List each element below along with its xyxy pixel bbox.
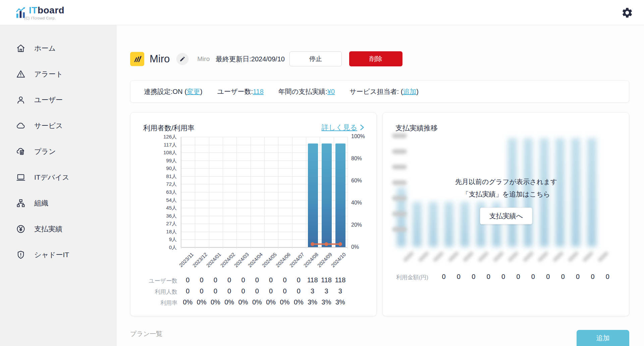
page-title: Miro	[150, 53, 170, 65]
usage-table-cell: 0%	[294, 298, 304, 306]
top-bar: ITboard (C) ITcrowd Corp.	[0, 0, 644, 25]
sidebar-item-payments[interactable]: 支払実績	[0, 216, 116, 242]
sidebar-item-label: ITデバイス	[34, 173, 69, 182]
sidebar-item-users[interactable]: ユーザー	[0, 87, 116, 113]
usage-table-cell: 0%	[252, 298, 262, 306]
usage-table-cell: 0%	[183, 298, 193, 306]
usage-table-cell: 0	[227, 287, 231, 295]
payment-card: 支払実績推移 先月以前のグラフが表示されます 「支払実績」を追加はこちら 支払実…	[382, 112, 629, 316]
payment-card-title: 支払実績推移	[395, 123, 438, 133]
usage-table-cell: 0%	[197, 298, 207, 306]
usage-table-cell: 0	[269, 287, 273, 295]
usage-table-cell: 0	[200, 276, 203, 284]
blurred-x-tick	[537, 251, 549, 263]
user-count: ユーザー数:118	[217, 87, 263, 96]
shield-icon	[16, 250, 25, 260]
usage-table-cell: 0%	[211, 298, 220, 306]
sidebar-item-label: 組織	[34, 198, 48, 208]
sidebar-item-organization[interactable]: 組織	[0, 190, 116, 216]
go-to-payments-button[interactable]: 支払実績へ	[480, 208, 532, 224]
blurred-x-tick	[478, 251, 489, 263]
usage-table-cell: 0%	[238, 298, 248, 306]
amount-cell: 0	[546, 273, 550, 281]
alert-icon	[16, 69, 25, 79]
usage-table-cell: 0	[241, 276, 245, 284]
sidebar-item-home[interactable]: ホーム	[0, 35, 116, 61]
app-root: ITboard (C) ITcrowd Corp. ホームアラートユーザーサービ…	[0, 0, 644, 346]
blurred-x-tick	[492, 251, 504, 263]
usage-table-cell: 0%	[266, 298, 276, 306]
y-axis-left-label: 18人	[157, 229, 177, 235]
delete-button[interactable]: 削除	[349, 51, 402, 66]
yen-icon	[16, 224, 25, 234]
chevron-right-icon	[360, 124, 364, 130]
sidebar-item-label: プラン	[34, 147, 56, 156]
annual-payment-link[interactable]: ¥0	[327, 88, 335, 95]
home-icon	[16, 44, 25, 53]
usage-card: 利用者数/利用率 詳しく見る 0人9人18人27人36人45人54人63人72人…	[130, 112, 377, 316]
change-link[interactable]: 変更	[187, 88, 200, 95]
edit-service-button[interactable]	[176, 53, 189, 65]
service-header: Miro Miro 最終更新日:2024/09/10	[130, 51, 285, 67]
service-name-sub: Miro	[197, 55, 210, 63]
blurred-x-tick	[552, 251, 564, 263]
amount-cell: 0	[531, 273, 535, 281]
sidebar-item-devices[interactable]: ITデバイス	[0, 164, 116, 190]
y-axis-left-label: 0人	[157, 244, 177, 251]
usage-table-cell: 0%	[224, 298, 234, 306]
usage-table-cell: 3	[311, 287, 314, 295]
payment-bar-blurred	[460, 202, 469, 247]
sidebar-item-alert[interactable]: アラート	[0, 61, 116, 87]
miro-logo-icon	[130, 52, 144, 66]
linkage-setting: 連携設定:ON (変更)	[144, 87, 202, 96]
add-plan-button[interactable]: 追加	[577, 330, 629, 346]
blurred-y-tick	[392, 212, 407, 216]
logo-copyright: (C) ITcrowd Corp.	[24, 16, 56, 20]
y-axis-left-label: 45人	[157, 205, 177, 211]
blurred-y-tick	[392, 133, 407, 138]
usage-table-cell: 118	[321, 276, 332, 284]
y-axis-left-label: 54人	[157, 197, 177, 204]
amount-cell: 0	[516, 273, 520, 281]
sitemap-icon	[16, 198, 25, 208]
y-axis-left-label: 81人	[157, 173, 177, 180]
sidebar-item-shadow-it[interactable]: シャドーIT	[0, 242, 116, 268]
sidebar-item-label: 支払実績	[34, 224, 62, 234]
y-axis-right-label: 60%	[351, 178, 362, 184]
stop-button[interactable]: 停止	[289, 51, 342, 66]
usage-table-cell: 3	[324, 287, 328, 295]
user-count-link[interactable]: 118	[253, 88, 264, 95]
y-axis-left-label: 27人	[157, 221, 177, 227]
sidebar-item-label: アラート	[34, 69, 63, 79]
cloud-icon	[16, 121, 25, 130]
sidebar-item-services[interactable]: サービス	[0, 113, 116, 138]
usage-table-cell: 3%	[335, 298, 345, 306]
blurred-y-tick	[392, 165, 407, 169]
y-axis-left-label: 99人	[157, 158, 177, 164]
y-axis-left-label: 36人	[157, 213, 177, 219]
usage-table-cell: 0	[241, 287, 245, 295]
usage-table-cell: 3	[338, 287, 342, 295]
service-manager: サービス担当者: (追加)	[350, 87, 419, 96]
usage-table-cell: 0	[255, 287, 259, 295]
usage-card-title: 利用者数/利用率	[143, 123, 195, 133]
gridline-v	[347, 137, 348, 249]
blurred-y-tick	[392, 227, 407, 232]
blurred-x-tick	[418, 251, 429, 263]
settings-gear-icon[interactable]	[621, 7, 633, 19]
payment-overlay-text: 先月以前のグラフが表示されます 「支払実績」を追加はこちら	[383, 176, 630, 200]
payment-bar-blurred	[413, 202, 422, 247]
usage-table-cell: 0	[200, 287, 203, 295]
sidebar-nav: ホームアラートユーザーサービスプランITデバイス組織支払実績シャドーIT	[0, 25, 116, 346]
add-manager-link[interactable]: 追加	[403, 88, 416, 95]
usage-table-cell: 3%	[308, 298, 317, 306]
amount-cell: 0	[442, 273, 445, 281]
blurred-x-tick	[433, 251, 444, 263]
sidebar-item-label: サービス	[34, 121, 63, 130]
usage-table-row-label: ユーザー数	[140, 277, 177, 285]
usage-table-cell: 118	[335, 276, 345, 284]
blurred-x-tick	[567, 251, 579, 263]
usage-details-link[interactable]: 詳しく見る	[322, 123, 364, 132]
sidebar-item-plans[interactable]: プラン	[0, 138, 116, 164]
usage-table-cell: 0	[283, 287, 286, 295]
